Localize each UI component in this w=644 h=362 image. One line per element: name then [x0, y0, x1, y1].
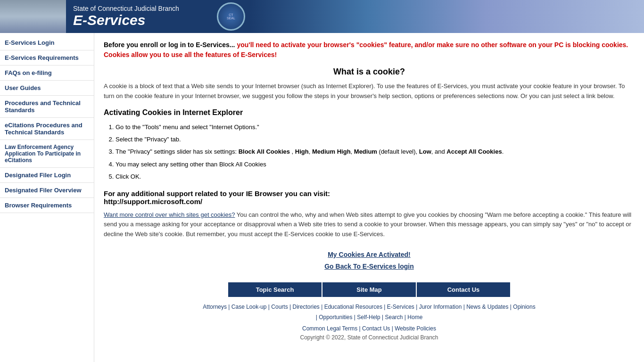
footer-links-secondary: Common Legal Terms | Contact Us | Websit… [104, 325, 635, 332]
cookie-description: A cookie is a block of text that a Web s… [104, 82, 635, 101]
footer-nav: Topic Search Site Map Contact Us [228, 282, 511, 297]
go-back-link[interactable]: Go Back To E-Services login [104, 261, 635, 272]
step-4: You may select any setting other than Bl… [116, 159, 635, 170]
site-map-button[interactable]: Site Map [322, 282, 416, 297]
sidebar-item-browser-requirements[interactable]: Browser Requirements [0, 198, 94, 213]
footer-link-courts[interactable]: Courts [271, 304, 288, 310]
support-title-text: For any additional support related to yo… [104, 189, 330, 197]
footer-link-common-legal-terms[interactable]: Common Legal Terms [302, 325, 357, 332]
step-3: The "Privacy" settings slider has six se… [116, 146, 635, 157]
before-enroll-lead: Before you enroll or log in to E-Service… [104, 41, 235, 49]
want-more-paragraph: Want more control over which sites get c… [104, 210, 635, 239]
sidebar: E-Services Login E-Services Requirements… [0, 33, 94, 362]
step-2: Select the "Privacy" tab. [116, 134, 635, 145]
page-wrapper: E-Services Login E-Services Requirements… [0, 33, 644, 362]
copyright-text: Copyright © 2022, State of Connecticut J… [104, 334, 635, 341]
sidebar-item-eservices-requirements[interactable]: E-Services Requirements [0, 50, 94, 66]
header-title: E-Services [73, 12, 179, 28]
sidebar-item-designated-filer-overview[interactable]: Designated Filer Overview [0, 183, 94, 198]
sidebar-item-designated-filer-login[interactable]: Designated Filer Login [0, 168, 94, 183]
header-subtitle: State of Connecticut Judicial Branch [73, 5, 179, 12]
footer-link-opinions[interactable]: Opinions [513, 304, 535, 310]
steps-list: Go to the "Tools" menu and select "Inter… [116, 122, 635, 182]
footer-link-contact-us[interactable]: Contact Us [362, 325, 390, 332]
footer-link-news[interactable]: News & Updates [466, 304, 508, 310]
topic-search-button[interactable]: Topic Search [228, 282, 322, 297]
activating-title: Activating Cookies in Internet Explorer [104, 108, 635, 117]
main-content: Before you enroll or log in to E-Service… [94, 33, 644, 362]
header-seal: CTSEAL [217, 2, 245, 31]
footer-link-eservices[interactable]: E-Services [387, 304, 414, 310]
step-1: Go to the "Tools" menu and select "Inter… [116, 122, 635, 132]
contact-us-button[interactable]: Contact Us [416, 282, 511, 297]
support-url-link[interactable]: http://support.microsoft.com/ [104, 197, 202, 206]
footer-link-directories[interactable]: Directories [292, 304, 319, 310]
footer-link-attorneys[interactable]: Attorneys [203, 304, 227, 310]
sidebar-item-procedures-technical-standards[interactable]: Procedures and Technical Standards [0, 96, 94, 118]
sidebar-item-ecitations-procedures[interactable]: eCitations Procedures and Technical Stan… [0, 118, 94, 140]
step-5: Click OK. [116, 171, 635, 182]
footer-link-caselookup[interactable]: Case Look-up [231, 304, 267, 310]
footer-link-juror[interactable]: Juror Information [419, 304, 462, 310]
support-title: For any additional support related to yo… [104, 189, 635, 206]
footer-link-search[interactable]: Search [385, 314, 403, 321]
sidebar-item-law-enforcement[interactable]: Law Enforcement Agency Application To Pa… [0, 140, 94, 168]
footer-link-selfhelp[interactable]: Self-Help [357, 314, 380, 321]
seal-text: CTSEAL [227, 13, 235, 20]
footer-link-website-policies[interactable]: Website Policies [395, 325, 436, 332]
footer-link-home[interactable]: Home [407, 314, 422, 321]
sidebar-item-faqs-efiling[interactable]: FAQs on e-filing [0, 66, 94, 81]
cookies-activated-link[interactable]: My Cookies Are Activated! [104, 249, 635, 261]
site-header: State of Connecticut Judicial Branch E-S… [0, 0, 644, 33]
want-more-link[interactable]: Want more control over which sites get c… [104, 211, 235, 218]
footer-link-educational[interactable]: Educational Resources [324, 304, 382, 310]
header-flag [250, 0, 644, 33]
cookie-warning-block: Before you enroll or log in to E-Service… [104, 40, 635, 60]
sidebar-item-eservices-login[interactable]: E-Services Login [0, 35, 94, 50]
footer-links-primary: Attorneys | Case Look-up | Courts | Dire… [104, 302, 635, 322]
header-text: State of Connecticut Judicial Branch E-S… [66, 5, 179, 28]
header-building-image [0, 0, 66, 33]
action-links-block: My Cookies Are Activated! Go Back To E-S… [104, 249, 635, 272]
section-title-cookie: What is a cookie? [104, 67, 635, 77]
footer-link-opportunities[interactable]: Opportunities [319, 314, 352, 321]
sidebar-item-user-guides[interactable]: User Guides [0, 81, 94, 96]
